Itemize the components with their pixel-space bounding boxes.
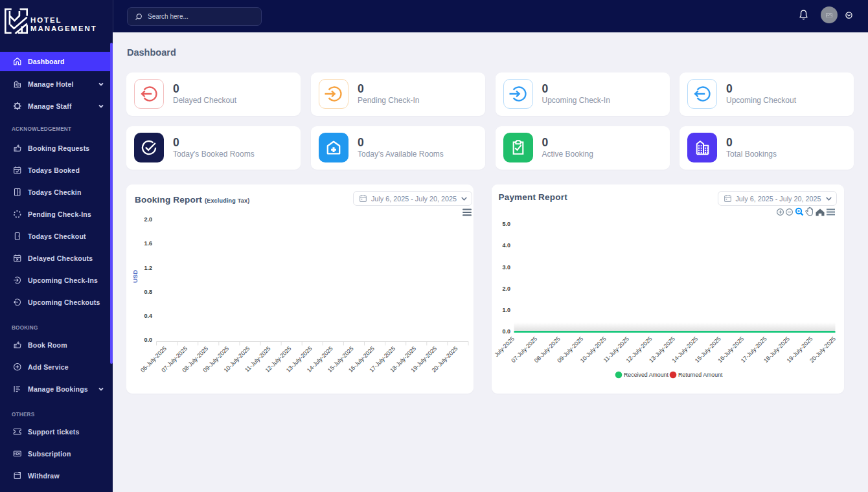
svg-text:2.0: 2.0 xyxy=(502,285,510,292)
svg-text:5.0: 5.0 xyxy=(502,221,510,227)
svg-text:2.0: 2.0 xyxy=(144,216,152,223)
svg-text:3.0: 3.0 xyxy=(502,264,510,271)
svg-text:July-2025: July-2025 xyxy=(493,335,516,358)
svg-text:0.8: 0.8 xyxy=(144,289,152,295)
svg-text:1.6: 1.6 xyxy=(144,240,152,247)
svg-text:4.0: 4.0 xyxy=(502,242,510,249)
svg-text:USD: USD xyxy=(131,270,139,283)
svg-text:Returned Amount: Returned Amount xyxy=(678,372,723,378)
svg-text:0.0: 0.0 xyxy=(144,337,152,343)
svg-text:1.0: 1.0 xyxy=(502,307,510,313)
svg-text:1.2: 1.2 xyxy=(144,265,152,271)
svg-text:Received Amount: Received Amount xyxy=(624,372,669,378)
svg-text:0.4: 0.4 xyxy=(144,313,152,319)
svg-text:0.0: 0.0 xyxy=(502,328,510,335)
